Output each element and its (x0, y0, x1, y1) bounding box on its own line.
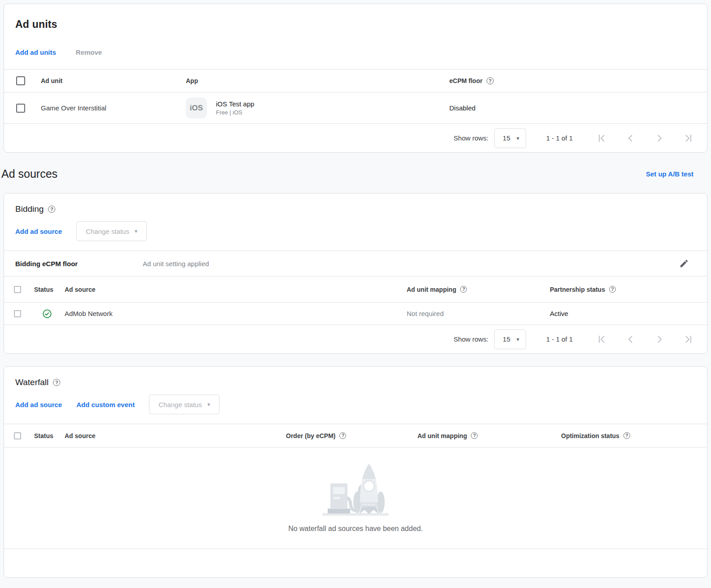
page-range: 1 - 1 of 1 (546, 335, 573, 343)
optimization-status-help-icon[interactable]: ? (623, 432, 630, 439)
ad-unit-mapping-help-icon[interactable]: ? (460, 286, 467, 293)
col-status: Status (34, 286, 65, 293)
chevron-down-icon: ▾ (207, 402, 210, 407)
waterfall-change-status-button: Change status ▾ (149, 395, 219, 414)
col-partnership-status: Partnership status (550, 286, 605, 293)
col-app: App (186, 77, 449, 84)
ad-units-card: Ad units Add ad units Remove Ad unit App… (4, 4, 707, 153)
waterfall-empty-state: No waterfall ad sources have been added. (4, 447, 707, 549)
ecpm-floor-value: Disabled (449, 104, 707, 112)
ad-units-title: Ad units (15, 18, 696, 31)
chevron-down-icon: ▾ (517, 337, 519, 342)
bidding-row: AdMob Network Not required Active (4, 303, 707, 325)
previous-page-icon[interactable] (625, 334, 636, 345)
col-order: Order (by eCPM) (286, 432, 335, 439)
show-rows-label: Show rows: (454, 134, 489, 142)
last-page-icon[interactable] (683, 133, 693, 144)
next-page-icon[interactable] (654, 334, 665, 345)
chevron-down-icon: ▾ (517, 136, 519, 141)
col-ad-unit-mapping: Ad unit mapping (407, 286, 456, 293)
ad-sources-title: Ad sources (1, 167, 57, 180)
chevron-down-icon: ▾ (135, 228, 137, 234)
ad-source-name: AdMob Network (65, 310, 407, 317)
waterfall-empty-text: No waterfall ad sources have been added. (288, 525, 423, 533)
col-ad-source: Ad source (65, 432, 95, 439)
bidding-ecpm-floor-label: Bidding eCPM floor (15, 260, 143, 268)
last-page-icon[interactable] (683, 334, 693, 345)
waterfall-add-ad-source-button[interactable]: Add ad source (15, 401, 62, 408)
add-ad-units-button[interactable]: Add ad units (15, 48, 56, 56)
ad-unit-row: Game Over Interstitial iOS iOS Test app … (4, 92, 707, 124)
app-meta: Free | iOS (216, 109, 255, 117)
bidding-pagination: Show rows: 15 ▾ 1 - 1 of 1 (4, 325, 707, 353)
bidding-help-icon[interactable]: ? (48, 206, 55, 213)
bidding-table-header: Status Ad source Ad unit mapping ? Partn… (4, 276, 707, 303)
next-page-icon[interactable] (654, 133, 665, 144)
remove-button: Remove (76, 48, 102, 56)
ad-units-pagination: Show rows: 15 ▾ 1 - 1 of 1 (4, 124, 707, 152)
ad-unit-mapping-value: Not required (407, 310, 550, 317)
col-ad-unit-mapping: Ad unit mapping (417, 432, 467, 439)
partnership-status-help-icon[interactable]: ? (609, 286, 616, 293)
setup-ab-test-link[interactable]: Set up A/B test (646, 170, 693, 178)
ad-sources-section-header: Ad sources Set up A/B test (0, 153, 711, 193)
select-all-checkbox[interactable] (16, 76, 25, 85)
bidding-ecpm-floor-row: Bidding eCPM floor Ad unit setting appli… (4, 250, 707, 276)
rows-per-page-select[interactable]: 15 ▾ (494, 329, 526, 349)
waterfall-card: Waterfall ? Add ad source Add custom eve… (4, 366, 707, 578)
col-ad-source: Ad source (65, 286, 95, 293)
page-range: 1 - 1 of 1 (546, 134, 573, 142)
edit-ecpm-floor-button[interactable] (679, 259, 689, 268)
partnership-status-value: Active (550, 310, 707, 317)
ad-unit-name: Game Over Interstitial (41, 104, 186, 112)
waterfall-title: Waterfall (15, 377, 48, 387)
bidding-ecpm-floor-value: Ad unit setting applied (143, 260, 679, 268)
waterfall-select-all-checkbox[interactable] (14, 432, 21, 439)
row-checkbox[interactable] (16, 104, 25, 113)
first-page-icon[interactable] (597, 133, 607, 144)
bidding-add-ad-source-button[interactable]: Add ad source (15, 228, 62, 235)
bidding-row-checkbox[interactable] (14, 310, 21, 317)
previous-page-icon[interactable] (625, 133, 636, 144)
app-name: iOS Test app (216, 99, 255, 109)
waterfall-footer (4, 549, 707, 577)
col-ecpm-floor: eCPM floor (449, 77, 483, 84)
ad-units-table-header: Ad unit App eCPM floor ? (4, 69, 707, 92)
bidding-title: Bidding (15, 204, 44, 214)
bidding-card: Bidding ? Add ad source Change status ▾ … (4, 193, 707, 354)
order-help-icon[interactable]: ? (339, 432, 346, 439)
first-page-icon[interactable] (597, 334, 607, 345)
mediation-group-page: Ad units Add ad units Remove Ad unit App… (0, 4, 711, 588)
active-status-icon (42, 309, 52, 319)
rocket-fuel-pump-illustration (319, 461, 392, 518)
ad-unit-mapping-help-icon[interactable]: ? (471, 432, 478, 439)
add-custom-event-button[interactable]: Add custom event (76, 401, 135, 408)
waterfall-help-icon[interactable]: ? (53, 379, 60, 386)
show-rows-label: Show rows: (454, 335, 489, 343)
col-ad-unit: Ad unit (41, 77, 186, 84)
col-optimization-status: Optimization status (561, 432, 619, 439)
ios-app-icon: iOS (186, 97, 207, 118)
pencil-icon (679, 259, 689, 268)
bidding-change-status-button: Change status ▾ (76, 221, 147, 241)
bidding-select-all-checkbox[interactable] (14, 286, 21, 293)
ecpm-floor-help-icon[interactable]: ? (487, 77, 494, 84)
waterfall-table-header: Status Ad source Order (by eCPM) ? Ad un… (4, 424, 707, 447)
col-status: Status (34, 432, 65, 439)
rows-per-page-select[interactable]: 15 ▾ (494, 128, 526, 148)
